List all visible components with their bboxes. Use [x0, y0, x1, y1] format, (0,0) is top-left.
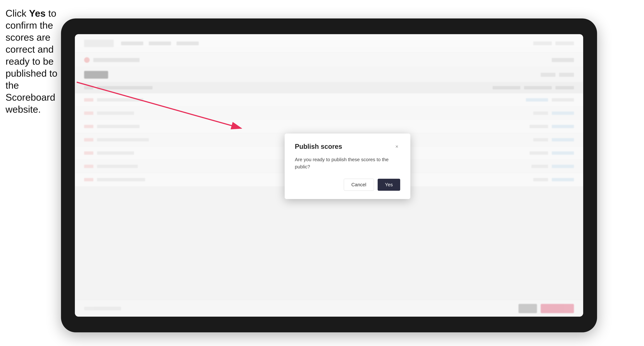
dialog-close-button[interactable]: ×: [394, 143, 400, 150]
cancel-button[interactable]: Cancel: [344, 179, 374, 191]
dialog-title: Publish scores: [295, 143, 342, 151]
instruction-text: Click Yes to confirm the scores are corr…: [6, 7, 59, 115]
publish-scores-dialog: Publish scores × Are you ready to publis…: [285, 134, 410, 199]
dialog-title-row: Publish scores ×: [295, 143, 400, 151]
dialog-body-text: Are you ready to publish these scores to…: [295, 156, 400, 171]
dialog-actions: Cancel Yes: [295, 179, 400, 191]
dialog-overlay: Publish scores × Are you ready to publis…: [75, 34, 583, 317]
tablet-screen: Publish scores × Are you ready to publis…: [75, 34, 583, 317]
tablet-device: Publish scores × Are you ready to publis…: [61, 18, 597, 332]
yes-button[interactable]: Yes: [378, 179, 400, 191]
